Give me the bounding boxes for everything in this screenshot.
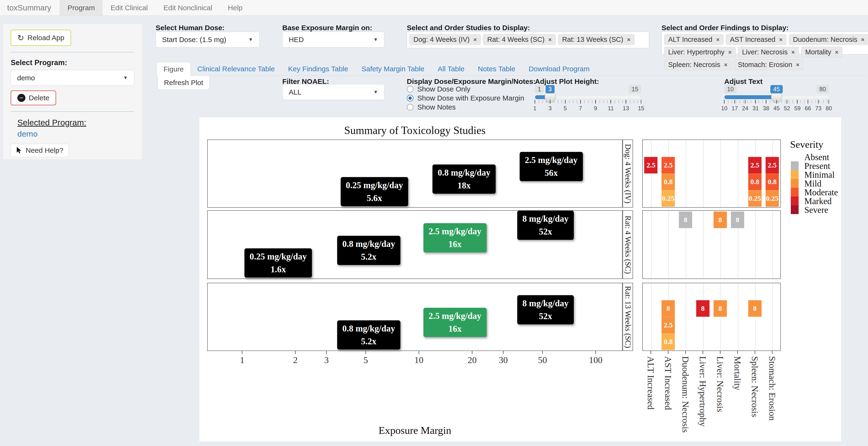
dose-label: 2.5 mg/kg/day: [525, 154, 578, 166]
nav-item-edit-clinical[interactable]: Edit Clinical: [103, 0, 156, 15]
tab-download-program[interactable]: Download Program: [522, 62, 596, 75]
radio-button-icon[interactable]: [407, 95, 413, 101]
reload-app-button[interactable]: ↻ Reload App: [11, 30, 71, 46]
remove-tag-icon[interactable]: ×: [473, 36, 477, 43]
tag-rat-13-weeks-sc[interactable]: Rat: 13 Weeks (SC)×: [558, 34, 634, 45]
heatmap-gridline: [720, 140, 721, 207]
need-help-button[interactable]: Need Help?: [11, 144, 69, 157]
slider-tick: [787, 100, 787, 104]
slider-tick: [829, 100, 829, 104]
human-dose-label: Select Human Dose:: [156, 24, 224, 32]
remove-tag-icon[interactable]: ×: [627, 36, 630, 43]
tag-alt-increased[interactable]: ALT Increased×: [664, 34, 723, 45]
tag-mortality[interactable]: Mortality×: [801, 47, 843, 58]
human-dose-select[interactable]: Start Dose: (1.5 mg) ▼: [156, 32, 259, 47]
noael-dose-box: 2.5 mg/kg/day16x: [424, 308, 487, 337]
slider-tick-label: 9: [594, 105, 597, 112]
slider-tick-label: 11: [608, 105, 614, 112]
dose-label: 0.8 mg/kg/day: [342, 322, 395, 335]
severity-cell-spleen-necrosis: 8: [748, 300, 762, 317]
selected-program-value: demo: [17, 129, 134, 138]
tag-dog-4-weeks-iv[interactable]: Dog: 4 Weeks (IV)×: [409, 34, 481, 45]
remove-tag-icon[interactable]: ×: [835, 49, 838, 56]
heatmap-column-label: Mortality: [732, 356, 743, 390]
slider-tick-label: 17: [732, 105, 738, 112]
text-size-slider[interactable]: Adjust Text 1080451017243138455259667380: [724, 77, 829, 113]
severity-cell-spleen-necrosis: 0.8: [748, 173, 762, 190]
radio-show-notes[interactable]: Show Notes: [407, 103, 524, 112]
nav-item-edit-nonclinical[interactable]: Edit Nonclinical: [156, 0, 220, 15]
plot-height-slider[interactable]: Adjust Plot Height: 115313579111315: [535, 77, 641, 113]
tab-clinical-relevance-table[interactable]: Clinical Relevance Table: [191, 62, 281, 75]
exposure-margin-label: 1.6x: [250, 263, 307, 276]
nav-item-program[interactable]: Program: [60, 0, 103, 15]
radio-label: Show Dose Only: [417, 85, 470, 93]
tag-liver-hypertrophy[interactable]: Liver: Hypertrophy×: [664, 47, 736, 58]
slider-tick: [735, 100, 735, 104]
legend-swatch-minimal: [791, 170, 799, 179]
heatmap-column-label: Liver: Necrosis: [715, 356, 725, 412]
tab-notes-table[interactable]: Notes Table: [471, 62, 522, 75]
x-axis-tick: [503, 351, 503, 354]
slider-tick: [818, 100, 818, 104]
x-axis-tick-label: 2: [293, 355, 298, 365]
heatmap-column-label: Stomach: Erosion: [767, 356, 777, 421]
heatmap-column-tick: [703, 351, 703, 354]
severity-cell-ast-increased: 2.5: [661, 157, 675, 173]
slider-tick-label: 73: [815, 105, 822, 112]
tag-ast-increased[interactable]: AST Increased×: [726, 34, 786, 45]
plot-height-label: Adjust Plot Height:: [535, 77, 641, 86]
dose-label: 0.8 mg/kg/day: [342, 237, 395, 250]
slider-tick-label: 80: [826, 105, 832, 112]
remove-tag-icon[interactable]: ×: [779, 36, 782, 43]
radio-show-dose-with-exposure-margin[interactable]: Show Dose with Exposure Margin: [407, 94, 524, 103]
tag-duodenum-necrosis[interactable]: Duodenum: Necrosis×: [789, 34, 868, 45]
radio-show-dose-only[interactable]: Show Dose Only: [407, 85, 524, 94]
navbar: toxSummary ProgramEdit ClinicalEdit Nonc…: [0, 0, 868, 16]
tab-safety-margin-table[interactable]: Safety Margin Table: [355, 62, 431, 75]
dose-label: 0.25 mg/kg/day: [250, 250, 307, 263]
delete-program-button[interactable]: − Delete: [11, 91, 56, 105]
tab-bar: FigureClinical Relevance TableKey Findin…: [157, 62, 866, 76]
filter-noael-select[interactable]: ALL ▼: [282, 84, 384, 100]
refresh-plot-button[interactable]: Refresh Plot: [158, 76, 210, 90]
tab-figure[interactable]: Figure: [157, 62, 191, 76]
findings-select[interactable]: ALT Increased×AST Increased×Duodenum: Ne…: [661, 32, 868, 55]
dose-box: 0.8 mg/kg/day18x: [432, 164, 496, 194]
chevron-down-icon: ▼: [373, 89, 378, 95]
program-select[interactable]: demo ▼: [11, 70, 134, 86]
remove-tag-icon[interactable]: ×: [861, 36, 864, 43]
remove-tag-icon[interactable]: ×: [728, 49, 732, 56]
heatmap-column-tick: [651, 351, 651, 354]
slider-tick: [724, 100, 724, 104]
strip-label: Rat: 4 Weeks (SC): [623, 216, 632, 274]
severity-cell-ast-increased: 2.5: [661, 317, 675, 333]
severity-cell-stomach-erosion: 0.25: [766, 190, 779, 207]
x-axis-tick-label: 50: [538, 355, 547, 365]
x-axis-tick-label: 1: [240, 355, 245, 365]
exposure-margin-label: 5.2x: [342, 335, 395, 348]
base-margin-select[interactable]: HED ▼: [282, 32, 384, 47]
tab-all-table[interactable]: All Table: [431, 62, 471, 75]
heatmap-column-tick: [685, 351, 686, 354]
remove-tag-icon[interactable]: ×: [549, 36, 552, 43]
x-axis-tick: [595, 351, 596, 354]
heatmap-column-label: AST Increased: [663, 356, 673, 410]
radio-button-icon[interactable]: [407, 86, 413, 92]
tab-key-findings-table[interactable]: Key Findings Table: [281, 62, 355, 75]
nav-item-help[interactable]: Help: [220, 0, 250, 15]
human-dose-value: Start Dose: (1.5 mg): [162, 36, 226, 44]
navbar-items: ProgramEdit ClinicalEdit NonclinicalHelp: [60, 0, 250, 15]
studies-select[interactable]: Dog: 4 Weeks (IV)×Rat: 4 Weeks (SC)×Rat:…: [407, 32, 649, 48]
heatmap-gridline: [773, 211, 773, 279]
tag-liver-necrosis[interactable]: Liver: Necrosis×: [738, 47, 799, 58]
figure-title: Summary of Toxicology Studies: [207, 124, 623, 137]
heatmap-column-tick: [755, 351, 755, 354]
remove-tag-icon[interactable]: ×: [716, 36, 719, 43]
heatmap-gridline: [651, 140, 652, 207]
heatmap-gridline: [738, 283, 738, 350]
radio-button-icon[interactable]: [407, 104, 413, 110]
remove-tag-icon[interactable]: ×: [792, 49, 795, 56]
program-select-value: demo: [17, 74, 35, 82]
tag-rat-4-weeks-sc[interactable]: Rat: 4 Weeks (SC)×: [483, 34, 556, 45]
